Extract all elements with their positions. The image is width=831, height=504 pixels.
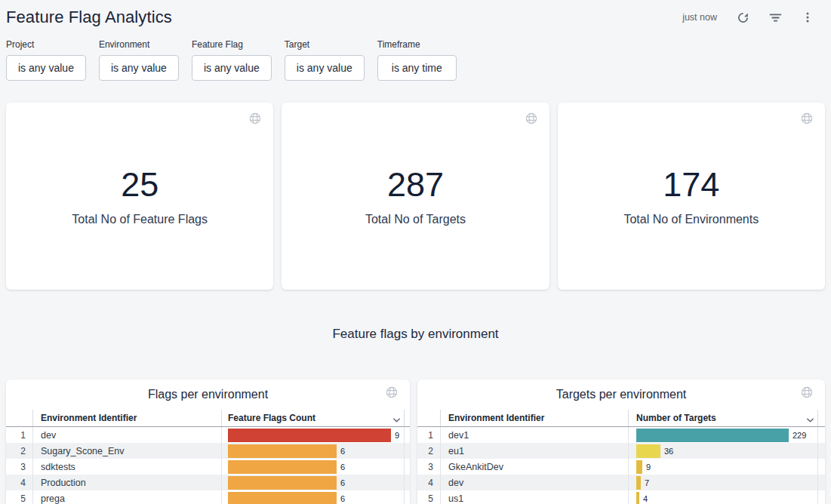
table-row[interactable]: 2Sugary_Scone_Env6 <box>6 443 410 459</box>
table-body: 1dev12292eu1363GkeAnkitDev94dev75us14 <box>417 427 825 504</box>
value-bar[interactable] <box>228 476 337 490</box>
spacer-cell <box>818 410 825 426</box>
filter-value-button[interactable]: is any value <box>285 55 365 81</box>
filter-label: Timeframe <box>377 39 457 50</box>
kpi-value: 287 <box>387 166 444 204</box>
row-index-header <box>6 410 33 426</box>
spacer-cell <box>405 459 410 475</box>
value-bar[interactable] <box>636 476 641 490</box>
value-bar-cell: 36 <box>629 443 818 459</box>
filter-icon[interactable] <box>768 11 782 24</box>
column-header-environment[interactable]: Environment Identifier <box>441 410 629 426</box>
spacer-cell <box>405 410 410 426</box>
value-bar[interactable] <box>636 429 789 442</box>
column-header-label: Feature Flags Count <box>228 413 315 423</box>
filter-bar: Project is any value Environment is any … <box>6 39 825 81</box>
spacer-cell <box>818 490 825 504</box>
table-row[interactable]: 5prega6 <box>6 490 410 504</box>
value-bar[interactable] <box>228 460 337 474</box>
filter-value-button[interactable]: is any value <box>192 55 272 81</box>
chevron-down-icon[interactable] <box>392 415 401 426</box>
kpi-card-targets: 287 Total No of Targets <box>282 103 549 290</box>
value-bar-cell: 6 <box>222 459 405 475</box>
environment-identifier-cell: prega <box>33 490 222 504</box>
value-bar[interactable] <box>636 444 660 458</box>
table-row[interactable]: 4Production6 <box>6 475 410 490</box>
environment-identifier-cell: sdktests <box>33 459 222 475</box>
value-bar-cell: 9 <box>629 459 818 475</box>
filter-value-button[interactable]: is any time <box>377 55 457 81</box>
value-bar-cell: 4 <box>629 490 818 504</box>
value-label: 6 <box>340 478 345 487</box>
kpi-label: Total No of Targets <box>365 213 466 226</box>
filter-label: Feature Flag <box>192 39 272 50</box>
column-header-count[interactable]: Feature Flags Count <box>222 410 405 426</box>
header-controls: just now <box>682 11 814 24</box>
table-row[interactable]: 1dev9 <box>6 427 410 443</box>
more-options-icon[interactable] <box>801 11 814 24</box>
kpi-label: Total No of Environments <box>623 213 759 226</box>
filter-value-button[interactable]: is any value <box>99 55 179 81</box>
globe-icon[interactable] <box>801 112 813 128</box>
environment-identifier-cell: eu1 <box>441 443 629 459</box>
globe-icon[interactable] <box>525 112 537 128</box>
tile-flags-per-environment: Flags per environment Environment Identi… <box>6 380 410 504</box>
value-bar-cell: 6 <box>222 443 405 459</box>
column-header-count[interactable]: Number of Targets <box>629 410 818 426</box>
row-index: 1 <box>6 427 33 443</box>
spacer-cell <box>405 427 410 443</box>
value-label: 7 <box>645 478 649 487</box>
tile-title: Flags per environment <box>6 388 410 403</box>
row-index: 5 <box>417 490 441 504</box>
spacer-cell <box>818 427 825 443</box>
environment-identifier-cell: Sugary_Scone_Env <box>33 443 222 459</box>
dashboard-header: Feature Flag Analytics just now <box>6 0 825 30</box>
table-row[interactable]: 3sdktests6 <box>6 459 410 475</box>
spacer-cell <box>405 490 410 504</box>
kpi-card-environments: 174 Total No of Environments <box>558 103 825 290</box>
last-refresh-label: just now <box>682 12 717 23</box>
filter-value-button[interactable]: is any value <box>6 55 86 81</box>
row-index: 3 <box>6 459 33 475</box>
refresh-icon[interactable] <box>736 11 749 24</box>
value-bar-cell: 6 <box>222 475 405 490</box>
table-row[interactable]: 1dev1229 <box>417 427 825 443</box>
globe-icon[interactable] <box>249 112 261 128</box>
charts-row: Flags per environment Environment Identi… <box>6 380 825 504</box>
spacer-cell <box>818 443 825 459</box>
table-row[interactable]: 3GkeAnkitDev9 <box>417 459 825 475</box>
targets-table: Environment Identifier Number of Targets… <box>417 410 825 504</box>
row-index: 4 <box>417 475 441 490</box>
kpi-value: 174 <box>663 166 719 204</box>
globe-icon[interactable] <box>801 386 813 401</box>
value-label: 36 <box>664 447 673 456</box>
value-bar[interactable] <box>228 492 337 504</box>
value-label: 4 <box>643 494 648 503</box>
column-header-environment[interactable]: Environment Identifier <box>33 410 222 426</box>
row-index: 5 <box>6 490 33 504</box>
kpi-row: 25 Total No of Feature Flags 287 Total N… <box>6 103 825 290</box>
table-row[interactable]: 4dev7 <box>417 475 825 490</box>
filter-environment: Environment is any value <box>99 39 179 81</box>
value-bar[interactable] <box>636 460 642 474</box>
value-bar-cell: 7 <box>629 475 818 490</box>
filter-label: Environment <box>99 39 179 50</box>
value-label: 229 <box>793 431 806 440</box>
value-bar[interactable] <box>228 444 337 458</box>
value-bar-cell: 6 <box>222 490 405 504</box>
filter-timeframe: Timeframe is any time <box>377 39 457 81</box>
value-label: 6 <box>340 463 345 472</box>
globe-icon[interactable] <box>386 386 398 401</box>
kpi-card-feature-flags: 25 Total No of Feature Flags <box>6 103 273 290</box>
value-bar-cell: 229 <box>629 427 818 443</box>
row-index: 2 <box>6 443 33 459</box>
chevron-down-icon[interactable] <box>806 415 814 426</box>
row-index: 3 <box>417 459 441 475</box>
table-row[interactable]: 5us14 <box>417 490 825 504</box>
value-bar[interactable] <box>228 429 391 442</box>
table-row[interactable]: 2eu136 <box>417 443 825 459</box>
section-title: Feature flags by environment <box>6 327 825 342</box>
kpi-value: 25 <box>121 166 159 204</box>
environment-identifier-cell: GkeAnkitDev <box>441 459 629 475</box>
value-bar[interactable] <box>636 492 639 504</box>
